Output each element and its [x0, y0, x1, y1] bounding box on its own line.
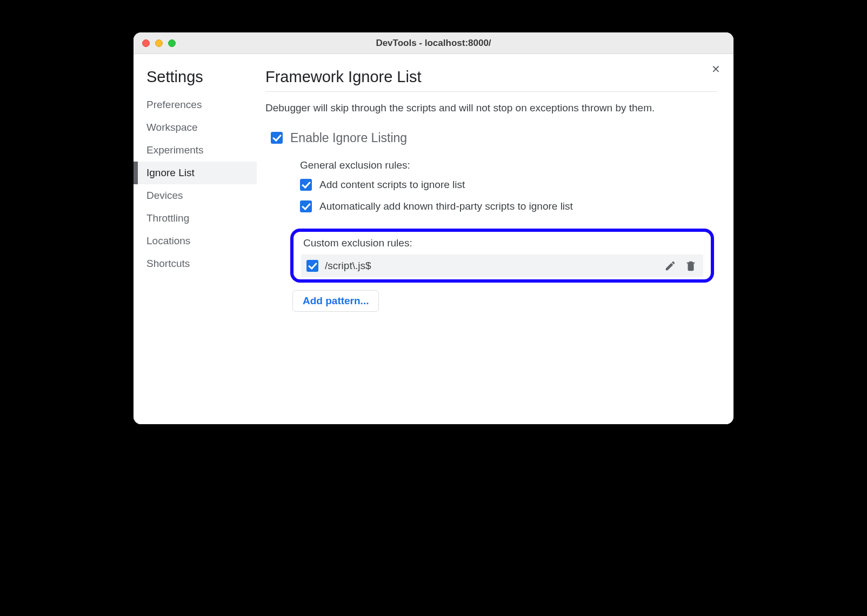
general-rules-label: General exclusion rules: [300, 159, 717, 171]
sidebar-item-throttling[interactable]: Throttling [134, 207, 257, 230]
general-rule-row: Add content scripts to ignore list [300, 179, 717, 191]
sidebar-item-experiments[interactable]: Experiments [134, 139, 257, 162]
edit-icon[interactable] [663, 259, 677, 273]
settings-body: ✕ Settings Preferences Workspace Experim… [134, 54, 733, 424]
window-title: DevTools - localhost:8000/ [134, 38, 733, 49]
trash-icon[interactable] [684, 259, 698, 273]
third-party-scripts-label: Automatically add known third-party scri… [319, 200, 573, 212]
sidebar-title: Settings [134, 68, 257, 93]
content-scripts-checkbox[interactable] [300, 179, 312, 191]
custom-rules-highlight: Custom exclusion rules: /script\.js$ [290, 229, 714, 283]
content-scripts-label: Add content scripts to ignore list [319, 179, 465, 191]
enable-ignore-listing-label: Enable Ignore Listing [290, 131, 407, 145]
close-icon[interactable]: ✕ [711, 64, 721, 75]
sidebar-item-workspace[interactable]: Workspace [134, 116, 257, 139]
custom-rule-pattern: /script\.js$ [325, 260, 657, 272]
general-rules-list: Add content scripts to ignore list Autom… [300, 179, 717, 212]
page-description: Debugger will skip through the scripts a… [265, 101, 717, 116]
general-rule-row: Automatically add known third-party scri… [300, 200, 717, 212]
enable-ignore-listing-row: Enable Ignore Listing [271, 131, 717, 145]
settings-sidebar: Settings Preferences Workspace Experimen… [134, 54, 257, 424]
sidebar-item-devices[interactable]: Devices [134, 184, 257, 207]
sidebar-item-ignore-list[interactable]: Ignore List [134, 162, 257, 184]
page-title: Framework Ignore List [265, 68, 717, 92]
custom-rules-label: Custom exclusion rules: [303, 237, 703, 249]
settings-main: Framework Ignore List Debugger will skip… [257, 54, 733, 424]
enable-ignore-listing-checkbox[interactable] [271, 132, 283, 144]
custom-rule-row: /script\.js$ [301, 255, 703, 277]
titlebar: DevTools - localhost:8000/ [134, 32, 733, 54]
sidebar-item-shortcuts[interactable]: Shortcuts [134, 252, 257, 275]
sidebar-item-locations[interactable]: Locations [134, 230, 257, 252]
sidebar-item-preferences[interactable]: Preferences [134, 93, 257, 116]
third-party-scripts-checkbox[interactable] [300, 200, 312, 212]
custom-rule-checkbox[interactable] [306, 260, 318, 272]
add-pattern-button[interactable]: Add pattern... [292, 290, 379, 312]
devtools-window: DevTools - localhost:8000/ ✕ Settings Pr… [134, 32, 733, 424]
